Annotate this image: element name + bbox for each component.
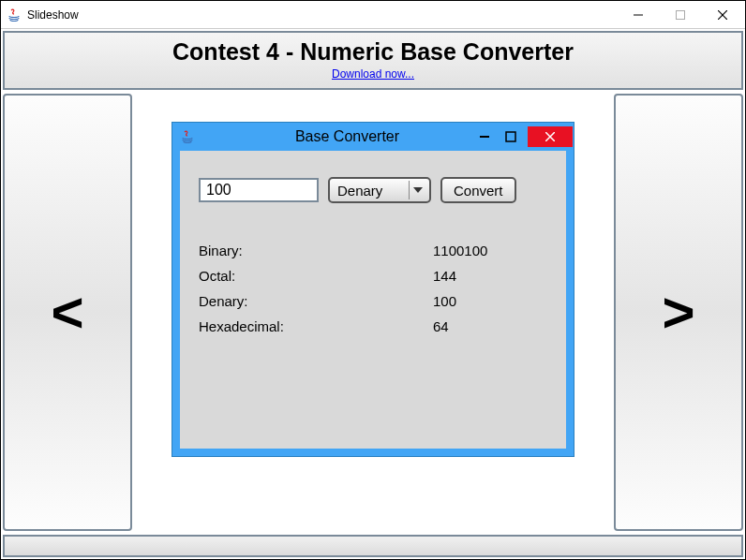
result-label: Hexadecimal:	[199, 318, 433, 334]
bc-maximize-button[interactable]	[498, 126, 524, 147]
convert-button[interactable]: Convert	[440, 177, 516, 203]
next-button[interactable]: >	[614, 94, 743, 531]
bc-minimize-button[interactable]	[471, 126, 498, 147]
result-row-octal: Octal: 144	[199, 268, 547, 284]
base-select-value: Denary	[337, 183, 382, 199]
footer-panel	[3, 535, 743, 557]
slide-content: Base Converter	[143, 99, 603, 525]
convert-button-label: Convert	[454, 183, 503, 199]
java-icon	[7, 7, 22, 22]
result-value: 64	[433, 318, 449, 334]
bc-titlebar: Base Converter	[172, 123, 574, 151]
slideshow-middle: < Base Converter	[3, 94, 743, 531]
titlebar-left: Slideshow	[7, 7, 79, 22]
titlebar: Slideshow	[1, 1, 745, 29]
base-select[interactable]: Denary	[328, 177, 431, 203]
base-converter-window: Base Converter	[172, 122, 574, 457]
chevron-down-icon	[409, 181, 425, 199]
download-link[interactable]: Download now...	[332, 67, 414, 81]
titlebar-controls	[617, 2, 743, 28]
minimize-button[interactable]	[617, 2, 659, 28]
close-button[interactable]	[701, 2, 743, 28]
result-row-binary: Binary: 1100100	[199, 243, 547, 258]
bc-title: Base Converter	[223, 128, 471, 145]
result-value: 100	[433, 293, 456, 309]
svg-rect-1	[676, 10, 684, 19]
prev-button[interactable]: <	[3, 94, 132, 531]
bc-input-row: Denary Convert	[180, 151, 566, 213]
result-label: Octal:	[199, 268, 433, 284]
bc-close-button[interactable]	[528, 126, 573, 147]
result-value: 1100100	[433, 243, 487, 258]
result-row-hexadecimal: Hexadecimal: 64	[199, 318, 547, 334]
number-input[interactable]	[199, 178, 319, 202]
result-row-denary: Denary: 100	[199, 293, 547, 309]
result-label: Denary:	[199, 293, 433, 309]
header-panel: Contest 4 - Numeric Base Converter Downl…	[3, 31, 743, 90]
slide-area: Base Converter	[138, 94, 608, 531]
client-area: Contest 4 - Numeric Base Converter Downl…	[1, 29, 745, 559]
svg-rect-5	[506, 132, 515, 141]
window-title: Slideshow	[27, 8, 79, 22]
slideshow-window: Slideshow Contest 4 - Numeric Base Conve…	[0, 0, 746, 560]
page-title: Contest 4 - Numeric Base Converter	[172, 38, 574, 66]
bc-body: Denary Convert Binary: 110010	[180, 151, 566, 449]
result-value: 144	[433, 268, 456, 284]
bc-results: Binary: 1100100 Octal: 144 Denary: 100	[180, 213, 566, 334]
maximize-button[interactable]	[659, 2, 701, 28]
java-icon	[180, 129, 195, 144]
bc-window-controls	[471, 126, 574, 147]
result-label: Binary:	[199, 243, 433, 258]
